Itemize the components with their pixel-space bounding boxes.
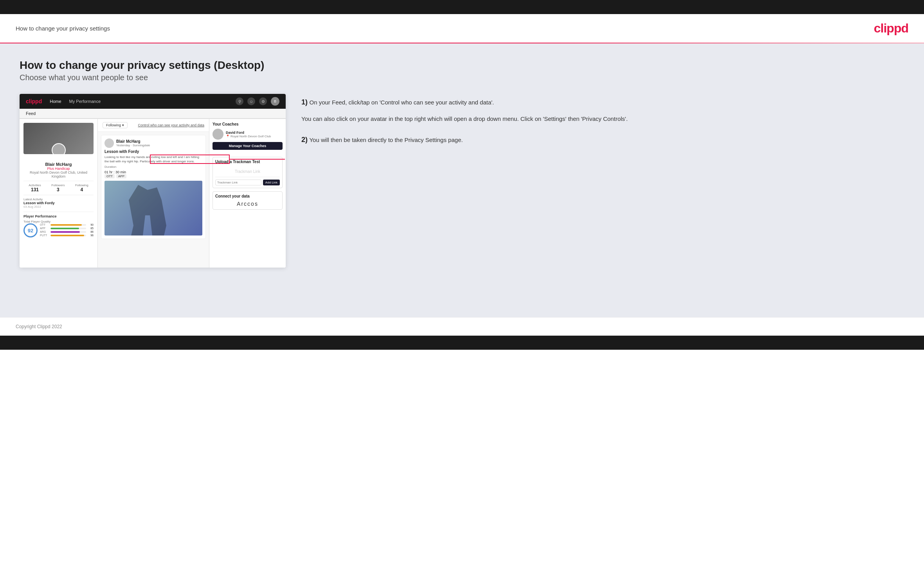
mock-profile-name: Blair McHarg xyxy=(23,162,94,167)
mock-metric-app-label: APP xyxy=(40,227,49,230)
mock-stat-followers-value: 3 xyxy=(51,187,65,192)
mock-metric-putt-bar-bg xyxy=(50,235,86,236)
mock-post-image xyxy=(104,181,202,235)
mock-quality-label: Total Player Quality xyxy=(23,220,94,223)
mock-metric-putt-value: 96 xyxy=(87,234,94,237)
location-icon: 📍 xyxy=(226,135,230,138)
mock-trackman-input[interactable] xyxy=(215,180,261,185)
mock-stat-followers: Followers 3 xyxy=(51,183,65,192)
mock-coaches-title: Your Coaches xyxy=(213,122,283,126)
page-subtitle: Choose what you want people to see xyxy=(20,73,904,82)
mock-metric-ott-value: 90 xyxy=(87,223,94,226)
mock-coach-avatar xyxy=(213,129,223,140)
mock-post-author-name: Blair McHarg xyxy=(116,139,150,144)
mock-post-author-info: Blair McHarg Yesterday · Sunningdale xyxy=(116,139,150,147)
mock-sidebar: Blair McHarg Plus Handicap Royal North D… xyxy=(20,119,98,268)
site-footer: Copyright Clippd 2022 xyxy=(0,317,924,336)
mock-post-image-silhouette xyxy=(124,185,171,235)
mock-latest-label: Latest Activity xyxy=(23,198,94,201)
mock-arccos-logo: Arccos xyxy=(215,201,280,207)
mock-metric-putt: PUTT 96 xyxy=(40,234,94,237)
mock-post-tags: OTT APP xyxy=(104,174,202,178)
mock-metric-putt-bar xyxy=(50,235,84,236)
mock-post-duration: Duration xyxy=(104,165,202,169)
mock-tag-ott: OTT xyxy=(104,174,115,178)
mock-metric-ott-bar xyxy=(50,224,82,226)
mock-control-link[interactable]: Control who can see your activity and da… xyxy=(138,123,204,127)
mock-trackman-placeholder: Trackman Link xyxy=(215,166,280,177)
mock-profile-badge: Plus Handicap xyxy=(23,167,94,171)
mock-metric-arg-bar-bg xyxy=(50,231,86,233)
breadcrumb: How to change your privacy settings xyxy=(16,25,110,32)
mock-player-performance: Player Performance Total Player Quality … xyxy=(23,212,94,237)
mock-nav-performance: My Performance xyxy=(69,99,101,104)
mock-connect-section: Connect your data Arccos xyxy=(213,191,283,210)
mock-nav-icons: ⚲ ☺ ⚙ B xyxy=(236,97,279,106)
mock-metric-app-value: 85 xyxy=(87,227,94,230)
step2-number: 2) xyxy=(301,136,308,144)
step1-number: 1) xyxy=(301,98,308,106)
mock-stat-following-label: Following xyxy=(75,183,88,187)
mock-metric-ott: OTT 90 xyxy=(40,223,94,226)
mock-stats: Activities 131 Followers 3 Following 4 xyxy=(23,181,94,195)
mock-metrics: OTT 90 APP xyxy=(40,223,94,237)
mock-nav-home: Home xyxy=(50,99,61,104)
mock-settings-icon: ⚙ xyxy=(259,97,267,105)
mock-trackman-section: Upload a Trackman Test Trackman Link Add… xyxy=(213,157,283,188)
instruction-step-1: 1) On your Feed, click/tap on 'Control w… xyxy=(301,98,904,124)
mock-manage-coaches-button[interactable]: Manage Your Coaches xyxy=(213,142,283,150)
mock-profile-info: Blair McHarg Plus Handicap Royal North D… xyxy=(23,156,94,178)
mock-metric-app-bar xyxy=(50,228,79,229)
step1-para1: On your Feed, click/tap on 'Control who … xyxy=(309,99,494,106)
mock-right-panel: Your Coaches David Ford 📍 Royal North De… xyxy=(209,119,286,268)
mock-stat-following-value: 4 xyxy=(75,187,88,192)
copyright-text: Copyright Clippd 2022 xyxy=(16,324,62,329)
mock-body: Blair McHarg Plus Handicap Royal North D… xyxy=(20,119,286,268)
mock-coach-club: 📍 Royal North Devon Golf Club xyxy=(226,135,271,138)
main-content: How to change your privacy settings (Des… xyxy=(0,43,924,317)
mock-feed-header: Following ▾ Control who can see your act… xyxy=(98,119,209,132)
mock-stat-following: Following 4 xyxy=(75,183,88,192)
site-header: How to change your privacy settings clip… xyxy=(0,14,924,43)
mock-navbar: clippd Home My Performance ⚲ ☺ ⚙ B xyxy=(20,94,286,109)
content-row: clippd Home My Performance ⚲ ☺ ⚙ B Feed xyxy=(20,94,904,268)
mock-post-header: Blair McHarg Yesterday · Sunningdale xyxy=(104,138,202,148)
mock-circle-score: 92 xyxy=(23,223,38,237)
instructions-panel: 1) On your Feed, click/tap on 'Control w… xyxy=(301,94,904,156)
mock-tag-app: APP xyxy=(116,174,126,178)
instruction-step-2: 2) You will then be taken directly to th… xyxy=(301,135,904,145)
mock-feed-tab: Feed xyxy=(20,109,286,119)
page-heading: How to change your privacy settings (Des… xyxy=(20,59,904,82)
mock-metric-arg-bar xyxy=(50,231,80,233)
page-title: How to change your privacy settings (Des… xyxy=(20,59,904,72)
clippd-logo: clippd xyxy=(874,21,908,36)
mock-connect-title: Connect your data xyxy=(215,194,280,198)
mock-person-icon: ☺ xyxy=(247,97,255,105)
mock-metric-arg-label: ARG xyxy=(40,230,49,233)
chevron-down-icon: ▾ xyxy=(122,123,124,127)
mock-post-title: Lesson with Fordy xyxy=(104,149,202,154)
mock-player-perf-title: Player Performance xyxy=(23,214,94,218)
mock-search-icon: ⚲ xyxy=(236,97,243,105)
mock-following-button[interactable]: Following ▾ xyxy=(103,122,128,128)
mock-latest-date: 03 Aug 2022 xyxy=(23,205,94,209)
mock-metric-arg: ARG 86 xyxy=(40,230,94,233)
mock-metric-app-bar-bg xyxy=(50,228,86,229)
mock-coach-info: David Ford 📍 Royal North Devon Golf Club xyxy=(226,131,271,138)
step1-para2: You can also click on your avatar in the… xyxy=(301,115,628,122)
mock-logo: clippd xyxy=(26,98,42,104)
mock-profile-club: Royal North Devon Golf Club, United King… xyxy=(23,171,94,178)
mock-metric-arg-value: 86 xyxy=(87,230,94,233)
top-bar xyxy=(0,0,924,14)
mock-trackman-add-link-button[interactable]: Add Link xyxy=(263,180,280,185)
mock-desktop-ui: clippd Home My Performance ⚲ ☺ ⚙ B Feed xyxy=(20,94,286,268)
mock-latest-activity: Latest Activity Lesson with Fordy 03 Aug… xyxy=(23,198,94,209)
mock-post-description: Looking to feel like my hands are exitin… xyxy=(104,155,202,164)
mock-stat-activities: Activities 131 xyxy=(29,183,41,192)
mock-stat-followers-label: Followers xyxy=(51,183,65,187)
mock-metric-putt-label: PUTT xyxy=(40,234,49,237)
mock-post-duration-value: 01 hr : 30 min xyxy=(104,170,202,174)
mock-post-avatar xyxy=(104,138,114,148)
mock-profile-avatar xyxy=(52,143,66,154)
step2-para1: You will then be taken directly to the P… xyxy=(309,137,463,143)
